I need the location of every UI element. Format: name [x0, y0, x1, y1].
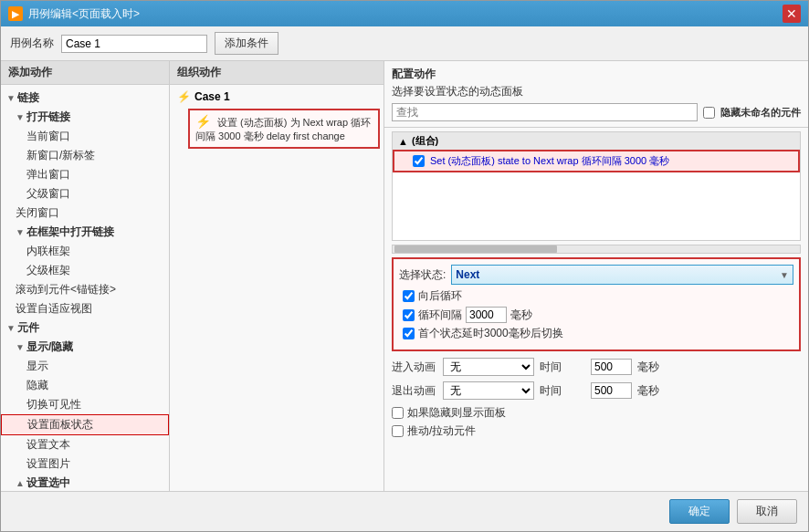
left-panel: 添加动作 ▼链接 ▼打开链接 当前窗口 新窗口/新标签 弹出窗口 父级窗口 关闭… — [1, 61, 170, 491]
tree-item-set-panel-state[interactable]: 设置面板状态 — [1, 414, 169, 435]
right-panel: 配置动作 选择要设置状态的动态面板 隐藏未命名的元件 ▲ (组合) Set (动… — [384, 61, 808, 491]
exit-anim-label: 退出动画 — [392, 383, 437, 399]
enter-anim-label: 进入动画 — [392, 360, 437, 375]
case-icon: ⚡ — [177, 90, 191, 103]
interval-checkbox[interactable] — [403, 309, 415, 321]
tree-group-show-hide[interactable]: ▼显示/隐藏 — [1, 338, 169, 357]
tree-group-set-selected[interactable]: ▲设置选中 — [1, 474, 169, 491]
config-search-row: 隐藏未命名的元件 — [392, 103, 801, 121]
tree-group-link[interactable]: ▼链接 — [1, 89, 169, 108]
tree-group-widget[interactable]: ▼元件 — [1, 318, 169, 338]
forward-loop-checkbox[interactable] — [403, 290, 415, 302]
tree-item-scroll-anchor[interactable]: 滚动到元件<锚链接> — [1, 280, 169, 299]
ok-button[interactable]: 确定 — [669, 499, 730, 524]
tree-item-responsive[interactable]: 设置自适应视图 — [1, 299, 169, 318]
window-title: 用例编辑<页面载入时> — [28, 6, 140, 22]
state-select-row: 选择状态: Next ▼ — [399, 265, 793, 285]
tree-item-inline-frame[interactable]: 内联框架 — [1, 242, 169, 261]
case-name-label: 用例名称 — [10, 36, 54, 51]
config-action-item[interactable]: Set (动态面板) state to Next wrap 循环间隔 3000 … — [393, 150, 800, 172]
top-bar: 用例名称 添加条件 — [1, 26, 808, 61]
scroll-thumb — [394, 245, 557, 253]
action-item-text: Set (动态面板) state to Next wrap 循环间隔 3000 … — [430, 154, 669, 168]
case-root-item: ⚡ Case 1 — [173, 89, 380, 105]
tree-item-current-window[interactable]: 当前窗口 — [1, 127, 169, 146]
app-icon: ▶ — [8, 6, 23, 21]
expand-icon: ▼ — [16, 342, 25, 352]
tree-item-set-image[interactable]: 设置图片 — [1, 454, 169, 474]
middle-panel-header: 组织动作 — [170, 61, 383, 85]
expand-icon: ▲ — [16, 478, 25, 488]
tree-item-toggle-visibility[interactable]: 切换可见性 — [1, 395, 169, 414]
right-panel-header: 配置动作 选择要设置状态的动态面板 隐藏未命名的元件 — [384, 61, 808, 128]
case-tree: ⚡ Case 1 ⚡ 设置 (动态面板) 为 Next wrap 循环间隔 30… — [170, 85, 383, 491]
title-bar: ▶ 用例编辑<页面载入时> ✕ — [1, 1, 808, 26]
tree-item-new-window[interactable]: 新窗口/新标签 — [1, 146, 169, 165]
bottom-bar: 确定 取消 — [1, 491, 808, 531]
horizontal-scrollbar[interactable] — [392, 245, 801, 254]
enter-anim-ms: 毫秒 — [637, 360, 659, 375]
middle-action-text: 设置 (动态面板) 为 Next wrap 循环间隔 3000 毫秒 delay… — [195, 117, 371, 141]
hide-unnamed-label: 隐藏未命名的元件 — [720, 106, 801, 120]
tree-group-frame-link[interactable]: ▼在框架中打开链接 — [1, 223, 169, 242]
add-condition-button[interactable]: 添加条件 — [215, 32, 278, 55]
push-pull-row: 推动/拉动元件 — [392, 423, 801, 439]
push-pull-checkbox[interactable] — [392, 425, 404, 437]
interval-label: 循环间隔 — [418, 308, 462, 323]
exit-anim-time-input[interactable] — [591, 382, 632, 399]
expand-icon: ▼ — [6, 93, 16, 103]
tree-group-open-link[interactable]: ▼打开链接 — [1, 108, 169, 127]
config-subtitle: 选择要设置状态的动态面板 — [392, 84, 801, 99]
delay-checkbox[interactable] — [403, 328, 415, 339]
main-content: 添加动作 ▼链接 ▼打开链接 当前窗口 新窗口/新标签 弹出窗口 父级窗口 关闭… — [1, 61, 808, 491]
tree-item-parent-frame[interactable]: 父级框架 — [1, 261, 169, 280]
tree-item-show[interactable]: 显示 — [1, 357, 169, 376]
enter-anim-row: 进入动画 无 时间 毫秒 — [384, 355, 808, 379]
group-expand-icon: ▲ — [398, 136, 408, 147]
middle-panel: 组织动作 ⚡ Case 1 ⚡ 设置 (动态面板) 为 Next wrap 循环… — [170, 61, 384, 491]
push-pull-label: 推动/拉动元件 — [407, 423, 476, 439]
tree-item-hide[interactable]: 隐藏 — [1, 376, 169, 395]
forward-loop-label: 向后循环 — [418, 288, 462, 304]
enter-anim-time-label: 时间 — [540, 360, 585, 375]
group-header: ▲ (组合) — [393, 132, 800, 150]
case-name-input[interactable] — [61, 35, 207, 53]
show-if-hidden-checkbox[interactable] — [392, 407, 404, 419]
cancel-button[interactable]: 取消 — [737, 499, 797, 524]
show-if-hidden-label: 如果隐藏则显示面板 — [407, 405, 506, 421]
expand-icon: ▼ — [16, 112, 25, 122]
state-dropdown[interactable]: Next ▼ — [451, 265, 793, 285]
interval-value-input[interactable] — [466, 307, 507, 323]
interval-ms-label: 毫秒 — [510, 308, 532, 323]
delay-row: 首个状态延时3000毫秒后切换 — [399, 326, 793, 341]
expand-icon: ▼ — [16, 227, 25, 237]
action-tree: ▼链接 ▼打开链接 当前窗口 新窗口/新标签 弹出窗口 父级窗口 关闭窗口 ▼在… — [1, 85, 169, 491]
enter-anim-dropdown[interactable]: 无 — [443, 358, 534, 376]
state-label: 选择状态: — [399, 267, 446, 283]
tree-item-set-text[interactable]: 设置文本 — [1, 435, 169, 454]
action-checkbox[interactable] — [413, 155, 425, 167]
state-value: Next — [456, 268, 479, 281]
hide-unnamed-checkbox[interactable] — [703, 107, 715, 119]
exit-anim-row: 退出动画 无 时间 毫秒 — [384, 379, 808, 402]
tree-item-close-window[interactable]: 关闭窗口 — [1, 203, 169, 223]
middle-action-item[interactable]: ⚡ 设置 (动态面板) 为 Next wrap 循环间隔 3000 毫秒 del… — [188, 109, 380, 149]
tree-item-parent-window[interactable]: 父级窗口 — [1, 184, 169, 203]
title-bar-left: ▶ 用例编辑<页面载入时> — [8, 6, 140, 22]
exit-anim-dropdown[interactable]: 无 — [443, 381, 534, 400]
tree-item-popup[interactable]: 弹出窗口 — [1, 165, 169, 184]
left-panel-header: 添加动作 — [1, 61, 169, 85]
config-search-input[interactable] — [392, 103, 698, 121]
main-window: ▶ 用例编辑<页面载入时> ✕ 用例名称 添加条件 添加动作 ▼链接 ▼打开链接… — [0, 0, 809, 532]
group-label: (组合) — [412, 134, 438, 148]
enter-anim-time-input[interactable] — [591, 359, 632, 375]
delay-label: 首个状态延时3000毫秒后切换 — [418, 326, 563, 341]
state-selection-box: 选择状态: Next ▼ 向后循环 循环间隔 毫秒 — [392, 257, 801, 351]
forward-loop-row: 向后循环 — [399, 288, 793, 304]
show-if-hidden-row: 如果隐藏则显示面板 — [392, 405, 801, 421]
lightning-icon: ⚡ — [195, 114, 211, 129]
close-button[interactable]: ✕ — [783, 5, 801, 23]
dropdown-arrow-icon: ▼ — [780, 270, 789, 280]
expand-icon: ▼ — [6, 323, 16, 333]
exit-anim-time-label: 时间 — [540, 383, 585, 399]
